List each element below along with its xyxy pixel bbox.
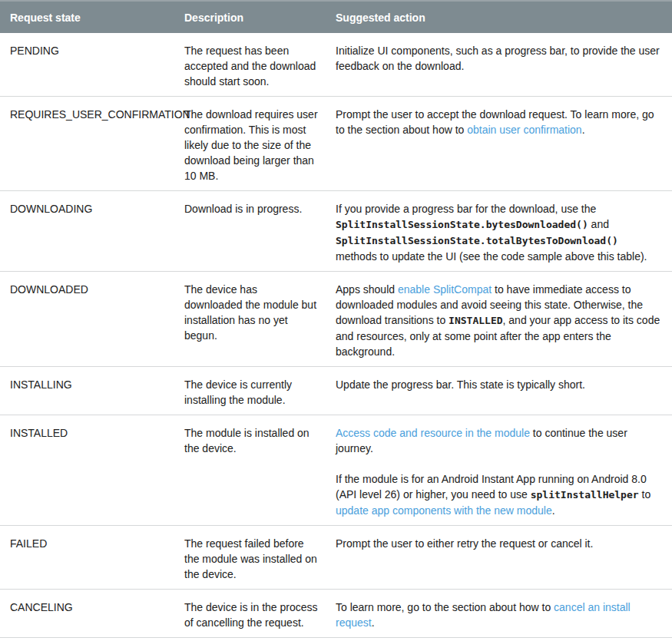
description-cell: Download is in progress. [174, 191, 326, 272]
inline-code: INSTALLED [449, 315, 502, 326]
request-state-cell: DOWNLOADED [0, 272, 174, 367]
action-paragraph: Prompt the user to either retry the requ… [336, 536, 661, 551]
col-header-description: Description [174, 1, 326, 33]
doc-link[interactable]: Access code and resource in the module [336, 427, 530, 439]
suggested-action-cell: Update the progress bar. This state is t… [326, 367, 672, 415]
action-paragraph: If the module is for an Android Instant … [336, 471, 661, 518]
request-state-cell: INSTALLING [0, 367, 174, 415]
table-row: CANCELINGThe device is in the process of… [0, 590, 672, 638]
inline-code: splitInstallHelper [531, 489, 639, 501]
table-row: CANCELEDThe request has been cancelled. [0, 638, 672, 641]
request-state-cell: CANCELING [0, 590, 174, 638]
request-state-cell: PENDING [0, 33, 174, 97]
description-cell: The request has been cancelled. [174, 638, 326, 641]
suggested-action-cell: Access code and resource in the module t… [326, 415, 672, 526]
suggested-action-cell: Prompt the user to accept the download r… [326, 97, 672, 191]
inline-code: SplitInstallSessionState.totalBytesToDow… [336, 235, 618, 246]
action-paragraph: Access code and resource in the module t… [336, 425, 661, 456]
action-paragraph: To learn more, go to the section about h… [336, 600, 661, 630]
description-cell: The device is currently installing the m… [174, 367, 326, 415]
action-text: To learn more, go to the section about h… [336, 601, 554, 613]
request-state-cell: CANCELED [0, 638, 174, 641]
col-header-suggested-action: Suggested action [326, 1, 672, 33]
description-cell: The request failed before the module was… [174, 526, 326, 590]
table-row: PENDINGThe request has been accepted and… [0, 33, 672, 97]
request-state-cell: INSTALLED [0, 415, 174, 526]
description-cell: The module is installed on the device. [174, 415, 326, 526]
table-row: DOWNLOADEDThe device has downloaded the … [0, 272, 672, 367]
action-text: If you provide a progress bar for the do… [336, 203, 596, 215]
doc-link[interactable]: enable SplitCompat [398, 283, 492, 296]
doc-link[interactable]: obtain user confirmation [467, 124, 581, 136]
request-state-table: Request state Description Suggested acti… [0, 0, 672, 641]
table-row: FAILEDThe request failed before the modu… [0, 526, 672, 590]
inline-code: SplitInstallSessionState.bytesDownloaded… [336, 219, 588, 230]
action-paragraph: Prompt the user to accept the download r… [336, 107, 661, 137]
table-row: INSTALLINGThe device is currently instal… [0, 367, 672, 415]
description-cell: The device is in the process of cancelli… [174, 590, 326, 638]
suggested-action-cell: Apps should enable SplitCompat to have i… [326, 272, 672, 367]
action-text: to [639, 488, 651, 501]
action-text: methods to update the UI (see the code s… [336, 250, 647, 263]
action-text: Prompt the user to either retry the requ… [336, 537, 593, 550]
action-paragraph: Apps should enable SplitCompat to have i… [336, 282, 661, 359]
action-text: Update the progress bar. This state is t… [336, 378, 585, 391]
table-row: INSTALLEDThe module is installed on the … [0, 415, 672, 526]
request-state-cell: FAILED [0, 526, 174, 590]
action-paragraph: Update the progress bar. This state is t… [336, 377, 661, 392]
description-cell: The download requires user confirmation.… [174, 97, 326, 191]
suggested-action-cell: Prompt the user to either retry the requ… [326, 526, 672, 590]
description-cell: The request has been accepted and the do… [174, 33, 326, 97]
col-header-request-state: Request state [0, 1, 174, 33]
table-header: Request state Description Suggested acti… [0, 1, 672, 33]
request-state-cell: REQUIRES_USER_CONFIRMATION [0, 97, 174, 191]
action-text: . [372, 616, 375, 629]
table-body: PENDINGThe request has been accepted and… [0, 33, 672, 641]
table-row: REQUIRES_USER_CONFIRMATIONThe download r… [0, 97, 672, 191]
action-text: . [582, 124, 585, 136]
action-text: and [588, 218, 609, 230]
action-paragraph: Initialize UI components, such as a prog… [336, 43, 661, 74]
doc-link[interactable]: update app components with the new modul… [336, 504, 552, 517]
suggested-action-cell [326, 638, 672, 641]
action-paragraph: If you provide a progress bar for the do… [336, 201, 661, 264]
action-text: . [552, 504, 555, 517]
header-row: Request state Description Suggested acti… [0, 1, 672, 33]
action-text: Apps should [336, 283, 398, 296]
description-cell: The device has downloaded the module but… [174, 272, 326, 367]
suggested-action-cell: If you provide a progress bar for the do… [326, 191, 672, 272]
table-row: DOWNLOADINGDownload is in progress.If yo… [0, 191, 672, 272]
suggested-action-cell: Initialize UI components, such as a prog… [326, 33, 672, 97]
request-state-cell: DOWNLOADING [0, 191, 174, 272]
suggested-action-cell: To learn more, go to the section about h… [326, 590, 672, 638]
action-text: Initialize UI components, such as a prog… [336, 45, 660, 72]
